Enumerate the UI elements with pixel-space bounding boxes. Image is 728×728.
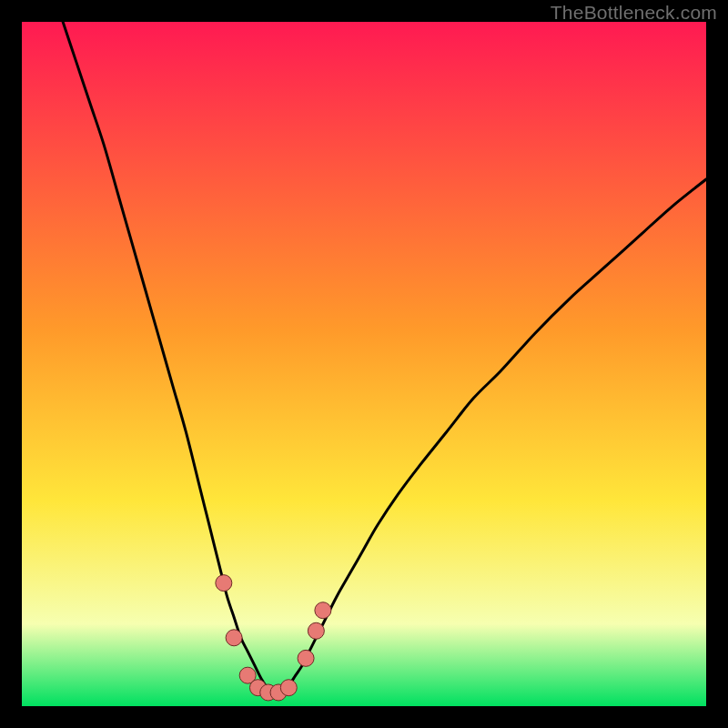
data-marker — [226, 630, 242, 646]
data-marker — [315, 602, 331, 619]
data-marker — [298, 650, 314, 666]
gradient-background — [22, 22, 706, 706]
bottleneck-chart — [22, 22, 706, 706]
watermark-text: TheBottleneck.com — [551, 2, 717, 24]
data-marker — [308, 622, 324, 639]
chart-frame — [22, 22, 706, 706]
data-marker — [280, 680, 297, 696]
data-marker — [216, 575, 232, 592]
